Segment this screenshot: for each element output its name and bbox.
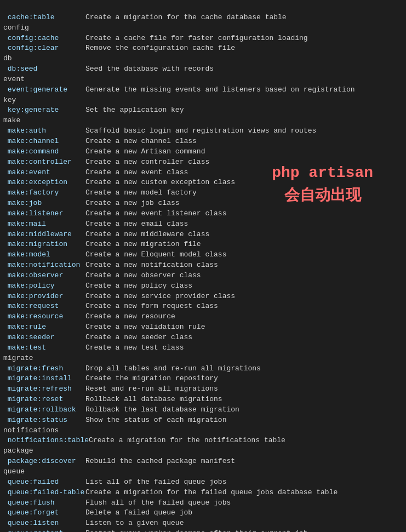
cmd-name: migrate:status [3,415,85,426]
terminal-line: make:channelCreate a new channel class [3,136,403,147]
terminal-line: event [3,75,403,85]
cmd-name: queue:forget [3,508,85,518]
cmd-name: migrate:rollback [3,405,85,415]
cmd-desc: Create a new validation rule [85,322,205,333]
cmd-name: package:discover [3,456,85,467]
cmd-desc: Rollback all database migrations [85,394,222,405]
cmd-desc: Rebuild the cached package manifest [85,456,235,467]
cmd-name: make:notification [3,260,85,271]
terminal-line: db [3,54,403,64]
cmd-desc: Create a migration for the failed queue … [85,488,338,498]
cmd-desc: Create a new model factory [85,188,197,198]
cmd-desc: Create the migration repository [85,374,218,384]
cmd-desc: Scaffold basic login and registration vi… [85,126,316,136]
terminal-line: make:modelCreate a new Eloquent model cl… [3,250,403,260]
cmd-desc: Seed the database with records [85,64,214,75]
cmd-desc: Create a new Eloquent model class [85,250,226,260]
terminal-line: queue:forgetDelete a failed queue job [3,508,403,518]
cmd-name: migrate:install [3,374,85,384]
cmd-desc: Create a new Artisan command [85,147,205,157]
cmd-desc: Create a new controller class [85,157,209,168]
cmd-name: make:auth [3,126,85,136]
cmd-name: notifications:table [3,436,89,446]
terminal-line: queue:failedList all of the failed queue… [3,477,403,488]
cmd-desc: Create a new job class [85,198,180,209]
cmd-desc: Create a new seeder class [85,333,192,343]
cmd-name: make:request [3,301,85,312]
cmd-desc: Show the status of each migration [85,415,226,426]
cmd-desc: Delete a failed queue job [85,508,192,518]
terminal-line: queue [3,467,403,477]
cmd-desc: Rollback the last database migration [85,405,239,415]
cmd-name: make:event [3,168,85,178]
cmd-desc: Create a new email class [85,219,188,230]
cmd-desc: List all of the failed queue jobs [85,477,226,488]
cmd-desc: Create a migration for the notifications… [89,436,285,446]
cmd-desc: Remove the configuration cache file [85,43,235,54]
cmd-name: make:middleware [3,230,85,240]
cmd-name: config:clear [3,43,85,54]
terminal-line: key:generateSet the application key [3,105,403,116]
terminal-output: cache:tableCreate a migration for the ca… [0,0,406,532]
cmd-desc: Create a new event class [85,168,188,178]
cmd-name: queue:restart [3,529,85,532]
terminal-line: migrate [3,353,403,364]
cmd-desc: Create a new test class [85,343,184,353]
terminal-line: package [3,446,403,456]
cmd-name: queue:flush [3,498,85,508]
terminal-line: migrate:installCreate the migration repo… [3,374,403,384]
terminal-line: make:resourceCreate a new resource [3,312,403,322]
terminal-line: key [3,95,403,106]
terminal-line: cache:tableCreate a migration for the ca… [3,13,403,23]
terminal-line: make:authScaffold basic login and regist… [3,126,403,136]
cmd-name: make:mail [3,219,85,230]
cmd-name: make:model [3,250,85,260]
cmd-desc: Create a new policy class [85,281,192,291]
cmd-name: queue:failed [3,477,85,488]
terminal-line: make:policyCreate a new policy class [3,281,403,291]
overlay-line2: 会自动出现 [284,187,361,204]
terminal-line: migrate:rollbackRollback the last databa… [3,405,403,415]
cmd-name: make:channel [3,136,85,147]
terminal-line: make:middlewareCreate a new middleware c… [3,230,403,240]
cmd-name: queue:failed-table [3,488,85,498]
cmd-desc: Restart queue worker daemons after their… [85,529,308,532]
terminal-line: make:listenerCreate a new event listener… [3,209,403,219]
terminal-line: make [3,116,403,126]
cmd-name: migrate:reset [3,394,85,405]
terminal-line: make:migrationCreate a new migration fil… [3,239,403,250]
terminal-line: make:notificationCreate a new notificati… [3,260,403,271]
cmd-name: migrate:fresh [3,364,85,374]
terminal-line: make:ruleCreate a new validation rule [3,322,403,333]
cmd-name: make:controller [3,157,85,168]
cmd-desc: Create a migration for the cache databas… [85,13,287,23]
overlay-annotation: php artisan 会自动出现 [272,162,373,208]
cmd-name: cache:table [3,13,85,23]
cmd-desc: Flush all of the failed queue jobs [85,498,231,508]
terminal-line: package:discoverRebuild the cached packa… [3,456,403,467]
cmd-name: make:job [3,198,85,209]
terminal-line: make:observerCreate a new observer class [3,271,403,281]
cmd-desc: Create a new service provider class [85,291,235,302]
cmd-name: queue:listen [3,518,85,529]
terminal-line: config:cacheCreate a cache file for fast… [3,33,403,44]
cmd-name: make:seeder [3,333,85,343]
cmd-name: make:provider [3,291,85,302]
cmd-name: make:test [3,343,85,353]
cmd-desc: Create a cache file for faster configura… [85,33,308,44]
cmd-name: make:policy [3,281,85,291]
cmd-desc: Drop all tables and re-run all migration… [85,364,261,374]
cmd-name: migrate:refresh [3,384,85,394]
terminal-line: event:generateGenerate the missing event… [3,85,403,95]
terminal-line: config:clearRemove the configuration cac… [3,43,403,54]
cmd-desc: Listen to a given queue [85,518,184,529]
cmd-name: make:migration [3,239,85,250]
cmd-name: key:generate [3,105,85,116]
cmd-desc: Create a new channel class [85,136,197,147]
cmd-name: make:factory [3,188,85,198]
cmd-desc: Create a new resource [85,312,175,322]
terminal-line: notifications:tableCreate a migration fo… [3,436,403,446]
terminal-line: migrate:freshDrop all tables and re-run … [3,364,403,374]
terminal-line: queue:failed-tableCreate a migration for… [3,488,403,498]
terminal-line: migrate:statusShow the status of each mi… [3,415,403,426]
